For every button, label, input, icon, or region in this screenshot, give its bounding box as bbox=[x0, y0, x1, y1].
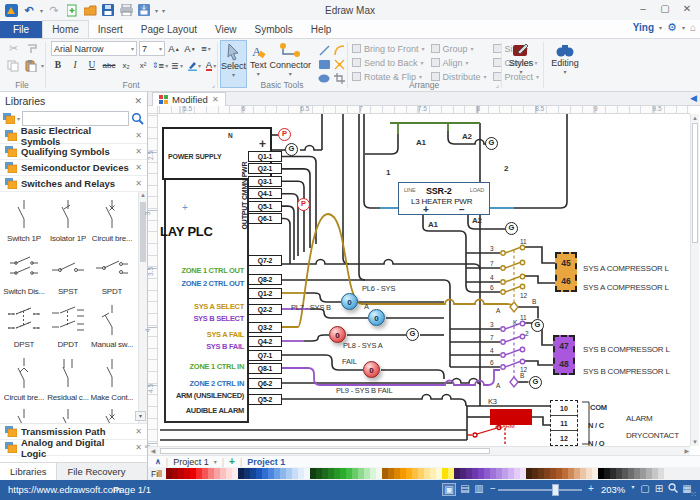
arrange-button[interactable]: Group▾ bbox=[431, 42, 487, 55]
zone-label[interactable]: AUDIBLE ALARM bbox=[158, 406, 244, 415]
close-library-icon[interactable]: ✕ bbox=[135, 163, 142, 172]
terminal-box[interactable]: Q5-2 bbox=[248, 394, 282, 405]
symbol-item[interactable]: Isolator 1P bbox=[46, 194, 90, 247]
pl8-label[interactable]: PL8 - SYS A bbox=[343, 341, 383, 350]
gear-icon[interactable]: ⚙ bbox=[667, 21, 677, 34]
format-painter-icon[interactable] bbox=[24, 41, 41, 56]
export-dropdown[interactable]: ▾ bbox=[155, 7, 158, 14]
terminal-box[interactable]: Q1-1 bbox=[248, 151, 282, 162]
output-cmmn-pwr-label[interactable]: OUTPUT CMMN PWR bbox=[241, 148, 248, 244]
add-page-button[interactable]: + bbox=[229, 456, 235, 467]
vscroll-thumb[interactable] bbox=[692, 123, 698, 243]
shrink-font-button[interactable]: A▼ bbox=[183, 42, 197, 56]
arrange-button[interactable]: Bring to Front▾ bbox=[352, 42, 425, 55]
terminal-box[interactable]: Q5-1 bbox=[248, 201, 282, 212]
pl6-label[interactable]: PL6 - SYS bbox=[362, 284, 395, 293]
g-marker[interactable]: G bbox=[531, 319, 544, 332]
customize-qat-dropdown[interactable]: ▾ bbox=[162, 7, 165, 14]
terminal-box[interactable]: Q4-1 bbox=[248, 188, 282, 199]
close-library-icon[interactable]: ✕ bbox=[135, 443, 142, 452]
bullets-button[interactable]: ≣▾ bbox=[170, 58, 184, 72]
undo-button[interactable]: ↶ bbox=[22, 3, 36, 17]
undo-dropdown[interactable]: ▾ bbox=[40, 7, 43, 14]
terminal-box[interactable]: Q3-1 bbox=[248, 176, 282, 187]
g-marker[interactable]: G bbox=[485, 137, 498, 150]
indicator-lamp-pl6[interactable]: 0 bbox=[341, 293, 358, 310]
sidebar-tab-libraries[interactable]: Libraries bbox=[0, 463, 57, 480]
terminal-box[interactable]: Q2-2 bbox=[248, 304, 282, 315]
symbol-item[interactable]: DPDT bbox=[46, 300, 90, 353]
symbol-item[interactable]: Make Cont... bbox=[90, 353, 134, 406]
indicator-lamp-pl7[interactable]: 0 bbox=[368, 309, 385, 326]
zone-label[interactable]: ZONE 2 CTRL IN bbox=[158, 379, 244, 388]
arc-tool-icon[interactable] bbox=[332, 44, 346, 57]
symbol-item[interactable]: SPST bbox=[46, 247, 90, 300]
symbol-item[interactable]: Switch Dis... bbox=[2, 247, 46, 300]
connection-point-icon[interactable] bbox=[332, 58, 346, 71]
close-document-icon[interactable]: ✕ bbox=[212, 95, 219, 104]
fail-label[interactable]: FAIL bbox=[342, 357, 357, 366]
compressor-label[interactable]: SYS A COMPRESSOR L bbox=[583, 283, 669, 292]
minimize-button[interactable]: – bbox=[632, 0, 654, 18]
document-tab[interactable]: Modified ✕ bbox=[152, 92, 226, 106]
project-dropdown[interactable]: ▾ bbox=[214, 458, 217, 465]
symbol-item[interactable]: Circuit bre... bbox=[90, 194, 134, 247]
arrange-button[interactable]: Align▾ bbox=[431, 56, 487, 69]
grow-font-button[interactable]: A▲ bbox=[167, 42, 181, 56]
sidebar-tab-file-recovery[interactable]: File Recovery bbox=[57, 463, 135, 480]
italic-button[interactable]: I bbox=[68, 58, 82, 72]
library-menu-dropdown[interactable]: ▾ bbox=[17, 115, 20, 122]
zone-label[interactable]: SYS B FAIL bbox=[158, 342, 244, 351]
highlight-button[interactable]: ▾ bbox=[187, 58, 201, 72]
editing-button[interactable]: Editing▾ bbox=[544, 40, 586, 88]
library-menu-icon[interactable] bbox=[3, 113, 15, 124]
fit-width-icon[interactable]: ⊞ bbox=[652, 483, 666, 494]
symbol-item[interactable]: Manual sw... bbox=[90, 300, 134, 353]
terminal-box[interactable]: Q7-2 bbox=[248, 255, 282, 266]
menu-tab-home[interactable]: Home bbox=[42, 20, 89, 38]
font-color-button[interactable]: A▾ bbox=[204, 58, 218, 72]
pane-collapse-icon[interactable]: ◀ bbox=[690, 93, 697, 103]
zone-label[interactable]: SYS B SELECT bbox=[158, 314, 244, 323]
k3-label[interactable]: K3 bbox=[488, 397, 497, 406]
symbol-item[interactable]: Residual c... bbox=[46, 353, 90, 406]
search-icon[interactable] bbox=[131, 112, 144, 125]
open-button[interactable] bbox=[83, 3, 97, 17]
menu-tab-symbols[interactable]: Symbols bbox=[246, 21, 302, 38]
menu-tab-insert[interactable]: Insert bbox=[89, 21, 132, 38]
menu-tab-page-layout[interactable]: Page Layout bbox=[132, 21, 206, 38]
close-library-icon[interactable]: ✕ bbox=[135, 131, 142, 140]
paste-dropdown[interactable]: ▾ bbox=[41, 62, 44, 69]
zone-label[interactable]: ZONE 2 CTRL OUT bbox=[158, 279, 244, 288]
presentation-view-icon[interactable]: ▥ bbox=[472, 483, 486, 494]
terminal-box[interactable]: Q1-2 bbox=[248, 288, 282, 299]
drycontact-terminal-block[interactable]: 10 11 12 bbox=[550, 400, 578, 446]
indicator-lamp-pl9[interactable]: 0 bbox=[363, 361, 380, 378]
collapse-pages-icon[interactable]: ∧ bbox=[155, 457, 161, 466]
ssr2-box[interactable]: LINE LOAD SSR-2 L3 HEATER PWR + − bbox=[398, 182, 490, 215]
close-panel-icon[interactable]: ✕ bbox=[134, 96, 142, 106]
resize-grip[interactable]: ⁙ bbox=[690, 490, 698, 499]
terminal-box[interactable]: Q7-1 bbox=[248, 350, 282, 361]
alarm-label[interactable]: ALARM bbox=[626, 414, 653, 423]
zone-label[interactable]: SYS A FAIL bbox=[158, 330, 244, 339]
pl7-label[interactable]: PL7 - SYS B bbox=[291, 303, 331, 312]
close-library-icon[interactable]: ✕ bbox=[135, 427, 142, 436]
font-dialog-launcher[interactable]: ⌟ bbox=[212, 81, 215, 89]
symbol-item[interactable] bbox=[46, 406, 90, 424]
line-tool-icon[interactable] bbox=[317, 44, 331, 57]
library-item[interactable]: Semiconductor Devices ✕ bbox=[0, 160, 147, 176]
symbol-item[interactable] bbox=[90, 406, 134, 424]
symbol-scrollbar[interactable]: ▲ bbox=[138, 192, 147, 423]
new-document-button[interactable] bbox=[65, 3, 79, 17]
symbol-item[interactable]: Circuit bre... bbox=[2, 353, 46, 406]
zoom-slider-thumb[interactable] bbox=[552, 484, 559, 496]
compressor-label[interactable]: SYS B COMPRESSOR L bbox=[583, 367, 670, 376]
project-tab[interactable]: Project 1 bbox=[173, 457, 209, 467]
redo-button[interactable]: ↷ bbox=[47, 3, 61, 17]
vertical-scrollbar[interactable]: ▲ ▼ bbox=[690, 114, 699, 446]
g-marker[interactable]: G bbox=[285, 143, 298, 156]
close-button[interactable]: ✕ bbox=[676, 0, 698, 18]
export-button[interactable] bbox=[137, 3, 151, 17]
terminal-box[interactable]: Q4-2 bbox=[248, 336, 282, 347]
